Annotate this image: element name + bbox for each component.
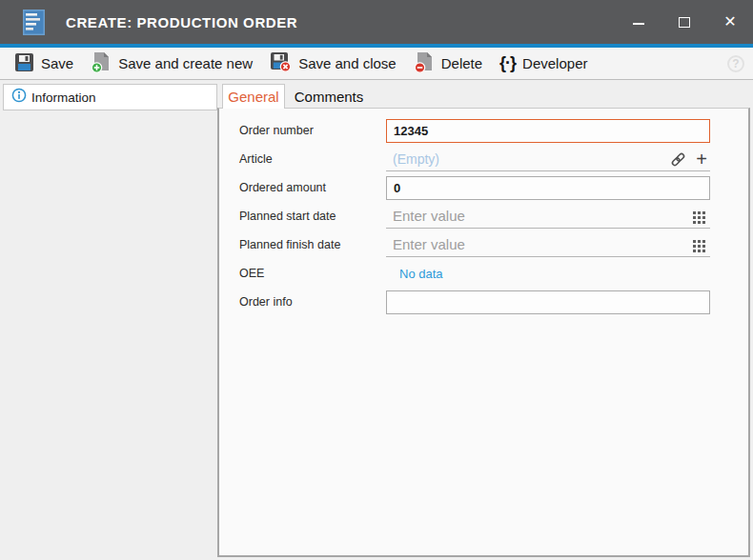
planned-start-date-field[interactable]: Enter value [386, 205, 710, 229]
planned-start-date-placeholder: Enter value [386, 208, 465, 224]
save-and-close-button[interactable]: Save and close [261, 50, 405, 77]
titlebar: CREATE: PRODUCTION ORDER ✕ [0, 0, 753, 44]
delete-label: Delete [441, 55, 482, 71]
planned-finish-date-label: Planned finish date [239, 238, 386, 251]
close-icon: ✕ [723, 14, 736, 30]
article-field[interactable]: (Empty) + [386, 148, 710, 171]
tab-general-label: General [228, 89, 278, 105]
help-icon: ? [732, 57, 739, 70]
save-create-new-icon [91, 51, 112, 76]
save-and-create-new-button[interactable]: Save and create new [82, 50, 261, 77]
save-and-close-label: Save and close [298, 55, 397, 71]
tab-comments-label: Comments [295, 89, 364, 105]
article-empty-value: (Empty) [386, 151, 439, 167]
oee-row: OEE No data [239, 259, 748, 288]
delete-button[interactable]: Delete [405, 50, 491, 77]
maximize-button[interactable] [661, 0, 707, 44]
save-button[interactable]: Save [6, 50, 82, 77]
order-number-row: Order number [239, 116, 748, 145]
tab-general[interactable]: General [222, 84, 285, 109]
planned-start-date-label: Planned start date [239, 210, 386, 223]
create-production-order-window: CREATE: PRODUCTION ORDER ✕ [0, 0, 753, 560]
maximize-icon [679, 17, 690, 28]
order-number-label: Order number [239, 124, 386, 137]
save-close-icon [270, 51, 292, 75]
developer-label: Developer [522, 55, 587, 71]
order-info-input[interactable] [386, 290, 710, 314]
date-picker-icon[interactable] [693, 239, 705, 256]
window-controls: ✕ [616, 0, 753, 44]
add-article-icon[interactable]: + [696, 148, 707, 171]
developer-icon: {·} [499, 53, 516, 73]
oee-no-data-link[interactable]: No data [399, 267, 443, 281]
info-icon [11, 88, 27, 107]
tab-comments[interactable]: Comments [285, 84, 373, 109]
content-area: Information General Comments Order numbe… [0, 80, 753, 560]
toolbar: Save Save and create new [0, 48, 753, 80]
article-row: Article (Empty) + [239, 145, 748, 173]
help-button[interactable]: ? [727, 55, 744, 72]
general-tab-panel: Order number Article (Empty) [217, 108, 750, 557]
order-info-label: Order info [239, 295, 386, 309]
order-info-row: Order info [239, 288, 748, 316]
planned-finish-date-row: Planned finish date Enter value [239, 230, 748, 259]
planned-finish-date-field[interactable]: Enter value [386, 233, 710, 257]
minimize-button[interactable] [616, 0, 661, 44]
save-and-create-new-label: Save and create new [118, 55, 253, 71]
delete-icon [414, 51, 435, 76]
sidebar-item-information[interactable]: Information [3, 84, 217, 110]
planned-start-date-row: Planned start date Enter value [239, 202, 748, 230]
minimize-icon [633, 23, 644, 25]
ordered-amount-input[interactable] [386, 176, 710, 200]
planned-finish-date-placeholder: Enter value [386, 236, 465, 252]
save-icon [14, 52, 34, 75]
order-number-input[interactable] [386, 119, 710, 143]
oee-label: OEE [239, 267, 386, 280]
article-label: Article [239, 152, 386, 166]
ordered-amount-row: Ordered amount [239, 173, 748, 202]
window-title: CREATE: PRODUCTION ORDER [66, 14, 297, 30]
ordered-amount-label: Ordered amount [239, 181, 386, 194]
save-label: Save [41, 55, 73, 71]
date-picker-icon[interactable] [693, 210, 705, 228]
information-label: Information [31, 90, 96, 105]
app-icon [23, 10, 45, 35]
link-icon[interactable] [670, 151, 686, 171]
developer-button[interactable]: {·} Developer [491, 50, 596, 77]
close-button[interactable]: ✕ [707, 0, 753, 44]
